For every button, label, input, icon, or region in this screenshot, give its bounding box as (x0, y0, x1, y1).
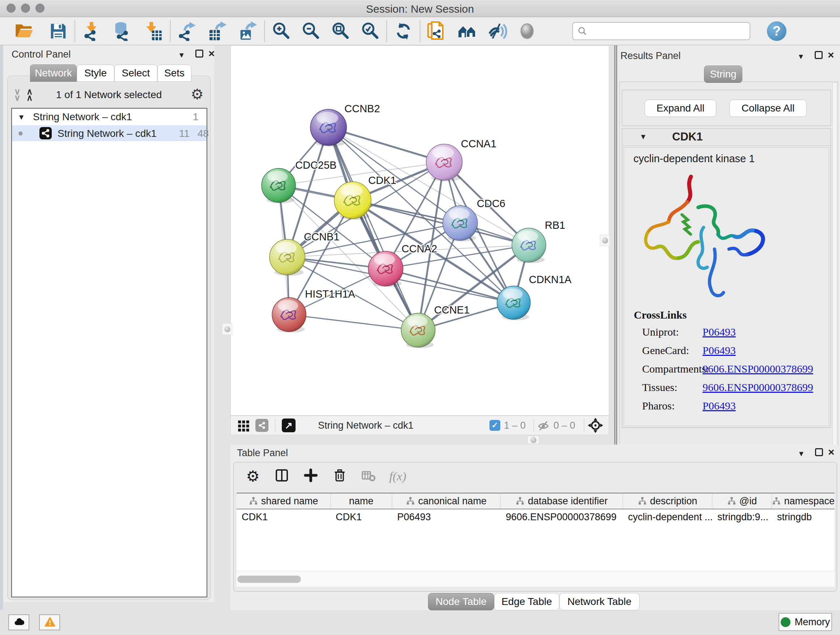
export-image-button[interactable] (237, 21, 258, 42)
crosslink-label: Compartments: (642, 363, 709, 375)
function-builder-icon[interactable]: f(x) (389, 470, 406, 483)
column-header[interactable]: @id (712, 494, 772, 509)
network-node-CCNE1[interactable]: CCNE1 (401, 304, 470, 348)
refresh-button[interactable] (393, 21, 414, 42)
tab-network-table[interactable]: Network Table (559, 593, 639, 610)
tab-style[interactable]: Style (77, 65, 114, 82)
import-network-from-database-button[interactable] (112, 21, 133, 42)
zoom-in-button[interactable] (271, 21, 292, 42)
toolbar-separator (264, 21, 265, 42)
float-panel-button[interactable]: ▼ (798, 450, 805, 458)
import-table-from-file-button[interactable] (143, 21, 164, 42)
table-row[interactable]: CDK1 CDK1 P06493 9606.ENSP00000378699 cy… (237, 509, 835, 524)
cell-name[interactable]: CDK1 (331, 509, 392, 524)
node-label-CDC6: CDC6 (477, 198, 505, 209)
tab-sets[interactable]: Sets (157, 65, 191, 82)
tab-edge-table[interactable]: Edge Table (494, 593, 559, 610)
zoom-selected-button[interactable] (360, 21, 381, 42)
gene-header[interactable]: ▾ CDK1 (622, 128, 831, 146)
show-columns-icon[interactable] (273, 468, 290, 485)
cell-description[interactable]: cyclin-dependent ... (623, 509, 712, 524)
cell-shared-name[interactable]: CDK1 (237, 509, 331, 524)
float-panel-button[interactable]: ▼ (797, 52, 805, 61)
import-network-from-file-button[interactable] (81, 21, 102, 42)
crosslink-value[interactable]: P06493 (703, 344, 736, 356)
expand-all-button[interactable]: Expand All (645, 100, 716, 117)
cell-namespace[interactable]: stringdb (772, 509, 835, 524)
cell-database-identifier[interactable]: 9606.ENSP00000378699 (501, 509, 623, 524)
create-column-plus-icon[interactable] (302, 468, 319, 485)
column-header[interactable]: shared name (237, 494, 331, 509)
network-node-HIST1H1A[interactable]: HIST1H1A (272, 288, 355, 333)
collapse-triangle-icon[interactable]: ▾ (19, 109, 24, 125)
string-view-badge-icon[interactable] (256, 419, 268, 432)
delete-column-trash-icon[interactable] (332, 468, 348, 485)
warning-status-button[interactable] (39, 614, 60, 630)
export-network-button[interactable] (177, 21, 197, 42)
network-node-RB1[interactable]: RB1 (512, 219, 565, 263)
crosslink-value[interactable]: 9606.ENSP00000378699 (703, 363, 813, 375)
maximize-panel-button[interactable] (195, 50, 203, 57)
zoom-out-button[interactable] (300, 21, 321, 42)
houses-icon (457, 21, 477, 41)
tab-select[interactable]: Select (114, 65, 157, 82)
network-node-CDKN1A[interactable]: CDKN1A (497, 274, 572, 320)
table-options-gear-icon[interactable]: ⚙ (245, 468, 261, 485)
gray-ball-button[interactable] (516, 21, 538, 42)
network-tree: ▾ String Network – cdk1 1 ● String Netwo… (11, 108, 207, 597)
selected-checkbox-icon[interactable]: ✓ (489, 420, 500, 431)
memory-button[interactable]: Memory (778, 613, 832, 631)
tab-string[interactable]: String (704, 65, 742, 83)
horizontal-splitter-handle[interactable] (527, 436, 539, 444)
open-folder-icon (14, 21, 34, 41)
float-panel-button[interactable]: ▼ (178, 51, 185, 59)
hidden-eye-icon[interactable] (537, 419, 550, 432)
share-network-button[interactable] (426, 21, 447, 42)
help-button[interactable]: ? (767, 21, 786, 41)
left-splitter-handle[interactable] (222, 323, 232, 335)
scrollbar-thumb[interactable] (237, 576, 301, 583)
column-header[interactable]: name (331, 494, 392, 509)
detach-view-button[interactable]: ↗ (282, 418, 295, 432)
close-panel-button[interactable]: × (828, 446, 835, 458)
network-options-gear-icon[interactable]: ⚙ (191, 87, 204, 101)
maximize-panel-button[interactable] (815, 448, 823, 456)
right-splitter-handle[interactable] (600, 234, 610, 246)
export-table-button[interactable] (207, 21, 228, 42)
crosslink-value[interactable]: P06493 (703, 326, 736, 338)
network-node-CCNB1[interactable]: CCNB1 (270, 231, 339, 276)
delete-table-icon[interactable] (360, 468, 377, 485)
collapse-all-button[interactable]: Collapse All (729, 100, 807, 117)
cell-canonical-name[interactable]: P06493 (392, 509, 501, 524)
maximize-panel-button[interactable] (815, 51, 823, 59)
save-session-button[interactable] (48, 21, 69, 42)
crosslink-value[interactable]: 9606.ENSP00000378699 (703, 381, 813, 394)
network-node-CDC25B[interactable]: CDC25B (262, 159, 336, 203)
network-node-CCNA1[interactable]: CCNA1 (426, 138, 496, 181)
column-header[interactable]: database identifier (501, 494, 623, 509)
close-panel-button[interactable]: × (208, 48, 215, 60)
crosslink-label: Tissues: (642, 381, 677, 394)
enrichment-visibility-button[interactable] (487, 21, 508, 42)
cloud-status-button[interactable] (8, 614, 29, 630)
home-button[interactable] (456, 21, 477, 42)
table-horizontal-scrollbar[interactable] (237, 571, 835, 587)
close-panel-button[interactable]: × (828, 49, 834, 61)
network-collection-row[interactable]: ▾ String Network – cdk1 1 (12, 109, 207, 125)
cell-id[interactable]: stringdb:9... (712, 509, 772, 524)
column-header[interactable]: description (623, 494, 712, 509)
column-header[interactable]: namespace (772, 494, 835, 509)
search-input[interactable] (587, 26, 750, 37)
collapse-triangle-icon[interactable]: ▾ (641, 131, 645, 141)
network-graph[interactable]: CCNB2CCNA1CDC25BCDK1CDC6RB1CCNB1CCNA2CDK… (231, 45, 609, 416)
crosslink-value[interactable]: P06493 (703, 400, 736, 412)
zoom-fit-icon (331, 21, 350, 41)
tab-node-table[interactable]: Node Table (428, 593, 494, 610)
tab-network[interactable]: Network (30, 65, 77, 82)
birds-eye-view-icon[interactable] (588, 418, 603, 433)
column-header[interactable]: canonical name (392, 494, 501, 509)
zoom-fit-button[interactable] (330, 21, 351, 42)
grid-view-icon[interactable] (237, 419, 250, 432)
network-row[interactable]: ● String Network – cdk1 11 48 (12, 125, 207, 141)
open-session-button[interactable] (14, 21, 35, 42)
